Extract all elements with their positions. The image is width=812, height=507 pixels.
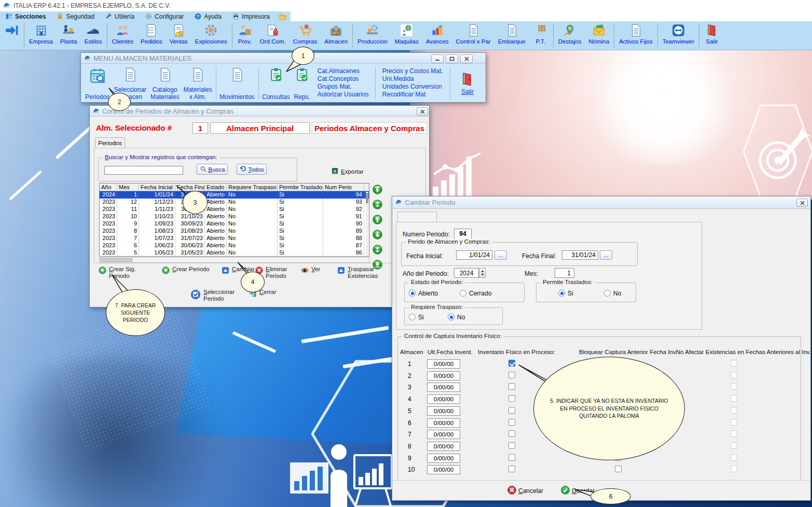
toolbar-empresa[interactable]: Empresa (25, 21, 57, 50)
close-button[interactable] (796, 199, 808, 207)
ult-fecha-input[interactable]: 0/00/00 (427, 465, 460, 474)
ult-fecha-input[interactable]: 0/00/00 (427, 395, 460, 404)
no-afectar-checkbox[interactable] (731, 372, 737, 378)
no-afectar-checkbox[interactable] (731, 395, 737, 402)
ult-fecha-input[interactable]: 0/00/00 (427, 359, 460, 369)
table-row[interactable]: 202361/06/2330/06/23AbiertoNoSi87 (100, 242, 369, 249)
toolbar-planta[interactable]: Planta (57, 21, 81, 50)
menu-ayuda[interactable]: ?Ayuda (189, 11, 227, 21)
almacen-menu-movimientos[interactable]: Movimientos (217, 65, 256, 101)
column-header-requiere-traspaso[interactable]: Requiere Traspaso (227, 184, 278, 191)
table-vertical-scrollbar[interactable] (366, 192, 368, 256)
inventario-proceso-checkbox[interactable] (508, 442, 515, 449)
almacen-link-unidades-conversion[interactable]: Unidades Conversion (382, 83, 443, 90)
fecha-final-picker-button[interactable]: ... (600, 250, 612, 260)
inventario-proceso-checkbox[interactable] (508, 430, 515, 437)
table-row[interactable]: 202351/05/2331/05/23AbiertoNoSi86 (100, 249, 369, 257)
almacen-menu-reps[interactable]: Reps. (292, 65, 312, 101)
close-button[interactable] (460, 54, 473, 63)
almacen-link-grupos-mat[interactable]: Grupos Mat. (318, 83, 369, 90)
no-afectar-checkbox[interactable] (731, 430, 737, 437)
bloquear-captura-checkbox[interactable] (615, 466, 622, 472)
toolbar-destajos[interactable]: Destajos (555, 21, 585, 50)
navdown-button[interactable] (372, 229, 383, 242)
toolbar-collapse[interactable] (0, 21, 23, 50)
no-afectar-checkbox[interactable] (731, 454, 737, 461)
toolbar-maquilas[interactable]: Maquilas (391, 21, 422, 50)
column-header-estado[interactable]: Estado (205, 184, 227, 191)
numero-periodo-value[interactable]: 94 (454, 229, 472, 239)
table-row[interactable]: 202381/08/2331/08/23AbiertoNoSi89 (100, 228, 369, 235)
menu-almacen-titlebar[interactable]: MENU ALMACEN MATERIALES (81, 53, 486, 64)
ult-fecha-input[interactable]: 0/00/00 (427, 418, 460, 428)
almacen-menu-consultas[interactable]: Consultas (260, 65, 292, 101)
inventario-proceso-checkbox[interactable] (508, 360, 515, 367)
almacen-menu-periodos[interactable]: Periodos (83, 65, 112, 101)
navtop-button[interactable] (372, 184, 383, 196)
table-row[interactable]: 202411/01/2431/01/24AbiertoNoSi94 (100, 191, 369, 199)
almacen-menu-materiales-x-alm[interactable]: Materiales x Alm. (181, 65, 214, 101)
crear-periodo-button[interactable]: Crear Periodo (161, 266, 210, 275)
no-afectar-checkbox[interactable] (731, 360, 737, 367)
column-header-ano[interactable]: Año (100, 184, 117, 191)
inventario-proceso-checkbox[interactable] (508, 419, 515, 426)
toolbar-compras[interactable]: Compras (290, 21, 321, 50)
radio-abierto[interactable] (409, 290, 416, 297)
radio-traslados-si[interactable] (558, 290, 565, 297)
fecha-inicial-picker-button[interactable]: ... (494, 250, 507, 260)
busca-button[interactable]: Busca (197, 164, 228, 175)
seleccionar-periodo-button[interactable]: SeleccionarPeriodo (190, 289, 235, 302)
anio-spinner[interactable] (479, 268, 486, 278)
toolbar-teamviewer[interactable]: Teamviewer (659, 21, 698, 50)
minimize-button[interactable] (431, 54, 444, 63)
almacen-link-autorizar-usuarios[interactable]: Autorizar Usuarios (318, 91, 369, 98)
inventario-proceso-checkbox[interactable] (508, 372, 515, 378)
navup-button[interactable] (372, 214, 383, 227)
almacen-menu-salir[interactable]: Salir (451, 65, 484, 101)
toolbar-explosiones[interactable]: Explosiones (191, 21, 231, 50)
toolbar-ord-com[interactable]: Ord.Com. (256, 21, 290, 50)
exportar-button[interactable]: XExportar (331, 167, 363, 176)
toolbar-embarque[interactable]: Embarque (494, 21, 529, 50)
cancelar-button[interactable]: Cancelar (507, 485, 543, 497)
radio-cerrado[interactable] (460, 290, 466, 297)
traspasar-existencias-button[interactable]: TraspasarExistencias (337, 266, 378, 279)
restore-button[interactable] (446, 54, 458, 63)
menu-impresora[interactable]: Impresora (227, 11, 275, 21)
almacen-link-cat-almacenes[interactable]: Cat.Almacenes (318, 67, 369, 75)
almacen-link-uni-medida[interactable]: Uni.Medida (382, 75, 443, 82)
almacen-menu-catalogo-materiales[interactable]: Catalogo Materiales (148, 65, 181, 101)
folder-icon[interactable] (275, 12, 291, 21)
table-row[interactable]: 2023101/10/2331/10/23AbiertoNoSi91 (100, 213, 369, 220)
tab-periodos[interactable]: Periodos (95, 137, 125, 148)
table-row[interactable]: 202391/09/2330/09/23AbiertoNoSi90 (100, 220, 369, 228)
close-button[interactable] (417, 107, 428, 116)
cambiar-tab[interactable] (397, 212, 437, 222)
menu-seguridad[interactable]: Seguridad (51, 11, 100, 21)
toolbar-salir[interactable]: Salir (700, 21, 723, 50)
column-header-permite-traslados[interactable]: Permite Traslados (278, 184, 323, 191)
radio-traspaso-no[interactable] (448, 314, 455, 320)
mes-input[interactable]: 1 (555, 268, 574, 278)
toolbar-avances[interactable]: Avances (422, 21, 452, 50)
menu-configurar[interactable]: Configurar (140, 11, 189, 21)
menu-secciones[interactable]: Secciones (0, 11, 51, 21)
menu-utileria[interactable]: Utilería (100, 11, 140, 21)
todos-button[interactable]: Todos (237, 164, 267, 175)
fecha-inicial-input[interactable]: 1/01/24 (456, 250, 492, 260)
column-header-fecha-final[interactable]: Fecha Final (175, 184, 205, 191)
periodos-titlebar[interactable]: Control de Periodos de Almacén y Compras (90, 106, 429, 117)
toolbar-p-t[interactable]: P.T. (529, 21, 552, 50)
toolbar-almacen[interactable]: Almacen (321, 21, 351, 50)
guardar-button[interactable]: Guardar (560, 485, 595, 497)
table-horizontal-scrollbar[interactable] (99, 257, 369, 263)
navpgup-button[interactable] (372, 199, 383, 212)
ver-button[interactable]: Ver (300, 266, 320, 275)
ult-fecha-input[interactable]: 0/00/00 (427, 430, 460, 439)
radio-traspaso-si[interactable] (409, 314, 416, 320)
radio-traslados-no[interactable] (604, 290, 611, 297)
inventario-proceso-checkbox[interactable] (508, 454, 515, 461)
fecha-final-input[interactable]: 31/01/24 (562, 250, 598, 260)
periodos-table[interactable]: AñoMesFecha InicialFecha FinalEstadoRequ… (99, 183, 369, 257)
no-afectar-checkbox[interactable] (731, 383, 737, 390)
